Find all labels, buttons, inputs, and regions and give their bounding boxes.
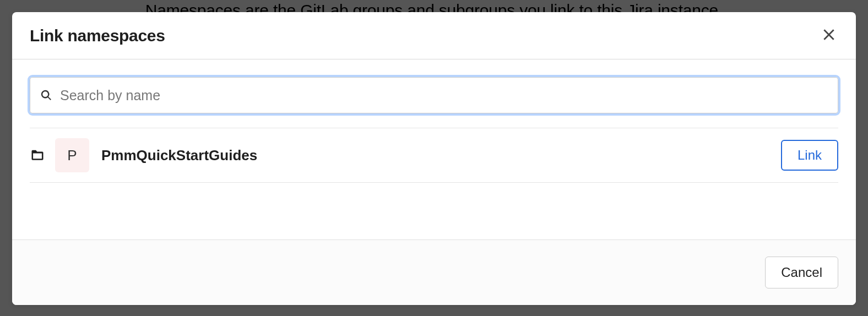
search-field-wrapper [30, 77, 838, 113]
link-button[interactable]: Link [781, 140, 838, 171]
search-icon [40, 89, 52, 101]
namespace-row: P PmmQuickStartGuides Link [30, 128, 838, 183]
modal-body: P PmmQuickStartGuides Link [12, 59, 856, 239]
close-button[interactable] [820, 25, 838, 46]
namespace-name: PmmQuickStartGuides [101, 147, 781, 164]
cancel-button[interactable]: Cancel [765, 257, 838, 288]
modal-footer: Cancel [12, 239, 856, 305]
close-icon [822, 28, 836, 43]
folder-icon [30, 148, 45, 163]
link-namespaces-modal: Link namespaces P PmmQuickStartGuides Li… [12, 12, 856, 305]
modal-title: Link namespaces [30, 26, 165, 45]
modal-header: Link namespaces [12, 12, 856, 59]
results-list: P PmmQuickStartGuides Link [30, 128, 838, 183]
search-input[interactable] [52, 88, 828, 103]
namespace-avatar: P [55, 138, 89, 172]
